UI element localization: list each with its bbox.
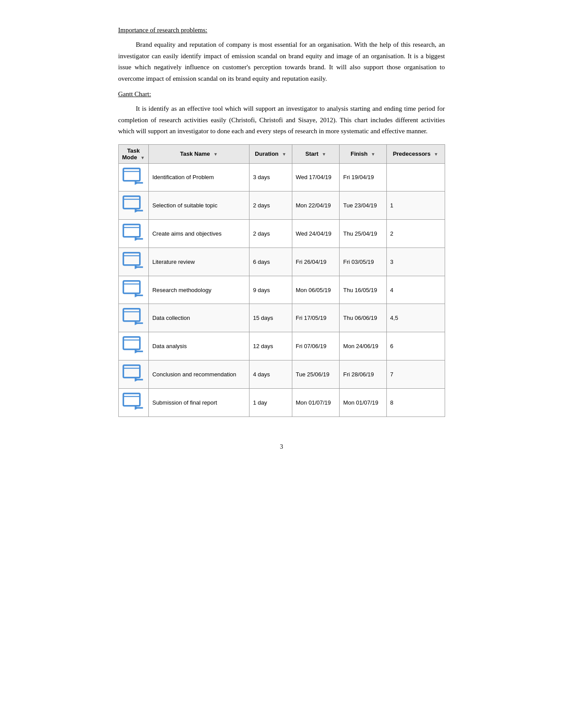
task-mode-cell	[118, 304, 148, 332]
sort-arrow-predecessors[interactable]: ▼	[434, 152, 438, 157]
task-name-cell: Literature review	[148, 248, 249, 276]
duration-cell: 1 day	[249, 388, 292, 417]
finish-cell: Tue 23/04/19	[340, 191, 386, 220]
finish-cell: Mon 01/07/19	[340, 388, 386, 417]
task-mode-icon	[122, 391, 145, 412]
task-mode-icon	[122, 335, 145, 356]
task-mode-cell	[118, 332, 148, 360]
start-cell: Wed 24/04/19	[292, 220, 340, 248]
task-mode-icon	[122, 251, 145, 271]
svg-rect-6	[123, 225, 140, 237]
finish-cell: Thu 16/05/19	[340, 276, 386, 304]
task-name-cell: Create aims and objectives	[148, 220, 249, 248]
svg-rect-21	[123, 365, 140, 378]
start-cell: Wed 17/04/19	[292, 163, 340, 191]
svg-rect-12	[123, 281, 140, 293]
start-cell: Mon 06/05/19	[292, 276, 340, 304]
start-cell: Tue 25/06/19	[292, 360, 340, 388]
table-header-row: TaskMode ▼ Task Name ▼ Duration ▼ Start …	[118, 144, 445, 163]
col-header-duration: Duration ▼	[249, 144, 292, 163]
gantt-table: TaskMode ▼ Task Name ▼ Duration ▼ Start …	[118, 144, 445, 417]
predecessors-cell: 6	[386, 332, 445, 360]
task-name-cell: Data collection	[148, 304, 249, 332]
table-row: Identification of Problem3 daysWed 17/04…	[118, 163, 445, 191]
duration-cell: 12 days	[249, 332, 292, 360]
duration-cell: 6 days	[249, 248, 292, 276]
table-row: Data collection15 daysFri 17/05/19Thu 06…	[118, 304, 445, 332]
predecessors-cell: 2	[386, 220, 445, 248]
sort-arrow-task-mode[interactable]: ▼	[140, 155, 145, 160]
duration-cell: 15 days	[249, 304, 292, 332]
page-number: 3	[118, 443, 445, 450]
svg-rect-24	[123, 393, 140, 405]
sort-arrow-finish[interactable]: ▼	[371, 152, 375, 157]
table-row: Submission of final report1 dayMon 01/07…	[118, 388, 445, 417]
finish-cell: Thu 25/04/19	[340, 220, 386, 248]
task-mode-cell	[118, 163, 148, 191]
gantt-section: Gantt Chart: It is identify as an effect…	[118, 90, 445, 417]
task-name-cell: Data analysis	[148, 332, 249, 360]
task-name-cell: Selection of suitable topic	[148, 191, 249, 220]
gantt-paragraph: It is identify as an effective tool whic…	[118, 103, 445, 137]
page: Importance of research problems: Brand e…	[83, 0, 480, 728]
duration-cell: 3 days	[249, 163, 292, 191]
task-mode-icon	[122, 279, 145, 300]
task-name-cell: Identification of Problem	[148, 163, 249, 191]
table-row: Data analysis12 daysFri 07/06/19Mon 24/0…	[118, 332, 445, 360]
table-row: Conclusion and recommendation4 daysTue 2…	[118, 360, 445, 388]
sort-arrow-task-name[interactable]: ▼	[213, 152, 218, 157]
duration-cell: 9 days	[249, 276, 292, 304]
finish-cell: Mon 24/06/19	[340, 332, 386, 360]
col-header-predecessors: Predecessors ▼	[386, 144, 445, 163]
col-header-task-name: Task Name ▼	[148, 144, 249, 163]
importance-heading: Importance of research problems:	[118, 26, 445, 34]
duration-cell: 2 days	[249, 220, 292, 248]
sort-arrow-start[interactable]: ▼	[322, 152, 326, 157]
finish-cell: Thu 06/06/19	[340, 304, 386, 332]
importance-section: Importance of research problems: Brand e…	[118, 26, 445, 84]
predecessors-cell: 7	[386, 360, 445, 388]
task-mode-cell	[118, 388, 148, 417]
table-row: Create aims and objectives2 daysWed 24/0…	[118, 220, 445, 248]
svg-rect-18	[123, 337, 140, 349]
predecessors-cell	[386, 163, 445, 191]
predecessors-cell: 4	[386, 276, 445, 304]
start-cell: Fri 26/04/19	[292, 248, 340, 276]
importance-paragraph: Brand equality and reputation of company…	[118, 39, 445, 84]
task-name-cell: Research methodology	[148, 276, 249, 304]
task-mode-cell	[118, 248, 148, 276]
svg-rect-3	[123, 196, 140, 209]
task-mode-icon	[122, 166, 145, 187]
duration-cell: 2 days	[249, 191, 292, 220]
col-header-task-mode: TaskMode ▼	[118, 144, 148, 163]
start-cell: Mon 01/07/19	[292, 388, 340, 417]
finish-cell: Fri 19/04/19	[340, 163, 386, 191]
svg-rect-0	[123, 168, 140, 180]
task-mode-icon	[122, 222, 145, 243]
predecessors-cell: 3	[386, 248, 445, 276]
table-row: Literature review6 daysFri 26/04/19Fri 0…	[118, 248, 445, 276]
finish-cell: Fri 03/05/19	[340, 248, 386, 276]
duration-cell: 4 days	[249, 360, 292, 388]
predecessors-cell: 1	[386, 191, 445, 220]
task-mode-cell	[118, 191, 148, 220]
sort-arrow-duration[interactable]: ▼	[282, 152, 286, 157]
task-mode-cell	[118, 360, 148, 388]
finish-cell: Fri 28/06/19	[340, 360, 386, 388]
task-name-cell: Conclusion and recommendation	[148, 360, 249, 388]
task-name-cell: Submission of final report	[148, 388, 249, 417]
predecessors-cell: 4,5	[386, 304, 445, 332]
task-mode-cell	[118, 220, 148, 248]
task-mode-icon	[122, 307, 145, 327]
table-row: Research methodology9 daysMon 06/05/19Th…	[118, 276, 445, 304]
task-mode-icon	[122, 363, 145, 384]
task-mode-icon	[122, 194, 145, 215]
start-cell: Fri 07/06/19	[292, 332, 340, 360]
svg-rect-9	[123, 253, 140, 265]
gantt-heading: Gantt Chart:	[118, 90, 445, 98]
table-row: Selection of suitable topic2 daysMon 22/…	[118, 191, 445, 220]
predecessors-cell: 8	[386, 388, 445, 417]
start-cell: Mon 22/04/19	[292, 191, 340, 220]
start-cell: Fri 17/05/19	[292, 304, 340, 332]
col-header-finish: Finish ▼	[340, 144, 386, 163]
